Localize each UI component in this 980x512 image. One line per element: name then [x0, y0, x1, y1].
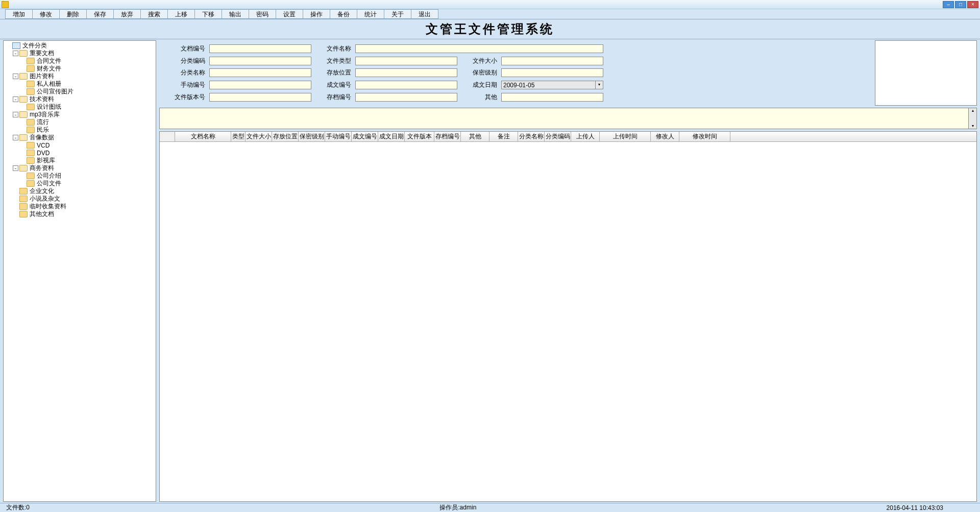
status-bar: 文件数:0 操作员:admin 2016-04-11 10:43:03	[0, 503, 980, 512]
toolbar-关于[interactable]: 关于	[384, 9, 411, 19]
toolbar-增加[interactable]: 增加	[5, 9, 32, 19]
toolbar-上移[interactable]: 上移	[167, 9, 194, 19]
collapse-icon[interactable]: -	[13, 165, 18, 171]
toolbar-删除[interactable]: 删除	[59, 9, 86, 19]
date-picker-button[interactable]: ▾	[595, 81, 603, 89]
label-file-name: 文件名称	[315, 44, 351, 53]
tree-node-公司宣传图片[interactable]: 公司宣传图片	[6, 88, 156, 95]
toolbar-放弃[interactable]: 放弃	[113, 9, 140, 19]
scroll-down-icon[interactable]: ▾	[969, 124, 976, 129]
grid-col-上传人[interactable]: 上传人	[571, 132, 600, 141]
grid-col-存档编号[interactable]: 存档编号	[434, 132, 461, 141]
category-tree-panel: 文件分类-重要文档合同文件财务文件-图片资料私人相册公司宣传图片-技术资料设计图…	[3, 40, 156, 502]
input-file-name[interactable]	[355, 44, 603, 53]
scroll-up-icon[interactable]: ▴	[969, 108, 976, 113]
toolbar-下移[interactable]: 下移	[194, 9, 222, 19]
tree-node-公司文件[interactable]: 公司文件	[6, 180, 156, 187]
input-file-size[interactable]	[501, 57, 603, 65]
scroll-track[interactable]	[969, 113, 976, 124]
input-store-loc[interactable]	[355, 68, 457, 77]
grid-col-存放位置[interactable]: 存放位置	[272, 132, 299, 141]
collapse-icon[interactable]: -	[13, 112, 18, 117]
grid-col-修改时间[interactable]: 修改时间	[679, 132, 730, 141]
titlebar: ‒ □ ×	[0, 0, 980, 9]
folder-open-icon	[19, 134, 28, 141]
grid-col-文档名称[interactable]: 文档名称	[175, 132, 231, 141]
tree-node-设计图纸[interactable]: 设计图纸	[6, 103, 156, 111]
folder-open-icon	[19, 73, 28, 80]
grid-col-手动编号[interactable]: 手动编号	[325, 132, 352, 141]
input-doc-no[interactable]	[209, 44, 311, 53]
tree-node-文件分类[interactable]: 文件分类	[6, 42, 156, 50]
label-doc-ref: 成文编号	[315, 81, 351, 89]
notes-scrollbar[interactable]: ▴ ▾	[969, 108, 977, 129]
minimize-button[interactable]: ‒	[943, 1, 954, 8]
tree-node-重要文档[interactable]: -重要文档	[6, 50, 156, 57]
close-button[interactable]: ×	[967, 1, 978, 8]
tree-node-财务文件[interactable]: 财务文件	[6, 65, 156, 72]
status-operator: 操作员:admin	[437, 503, 478, 512]
collapse-icon[interactable]: -	[13, 74, 18, 79]
toolbar-密码[interactable]: 密码	[249, 9, 276, 19]
input-cat-name[interactable]	[209, 68, 311, 77]
grid-col-保密级别[interactable]: 保密级别	[299, 132, 325, 141]
grid-col-文件大小[interactable]: 文件大小	[246, 132, 272, 141]
notes-textarea[interactable]	[159, 108, 969, 129]
tree-node-小说及杂文[interactable]: 小说及杂文	[6, 195, 156, 203]
collapse-icon[interactable]: -	[13, 96, 18, 102]
input-manual-no[interactable]	[209, 81, 311, 89]
grid-col-其他[interactable]: 其他	[461, 132, 489, 141]
tree-node-民乐[interactable]: 民乐	[6, 126, 156, 134]
app-icon	[2, 1, 9, 8]
tree-node-流行[interactable]: 流行	[6, 118, 156, 126]
toolbar-修改[interactable]: 修改	[32, 9, 59, 19]
grid-col-修改人[interactable]: 修改人	[651, 132, 679, 141]
grid-col-上传时间[interactable]: 上传时间	[600, 132, 651, 141]
tree-node-图片资料[interactable]: -图片资料	[6, 72, 156, 80]
grid-col-分类编码[interactable]: 分类编码	[545, 132, 571, 141]
grid-col-selector[interactable]	[160, 132, 175, 141]
input-sec-level[interactable]	[501, 68, 603, 77]
folder-icon	[27, 180, 35, 187]
input-doc-ref[interactable]	[355, 81, 457, 89]
tree-node-临时收集资料[interactable]: 临时收集资料	[6, 203, 156, 210]
tree-node-其他文档[interactable]: 其他文档	[6, 210, 156, 218]
grid-col-成文日期[interactable]: 成文日期	[378, 132, 405, 141]
tree-node-mp3音乐库[interactable]: -mp3音乐库	[6, 111, 156, 118]
collapse-icon[interactable]: -	[13, 135, 18, 140]
tree-node-技术资料[interactable]: -技术资料	[6, 95, 156, 103]
tree-node-商务资料[interactable]: -商务资料	[6, 164, 156, 172]
input-other[interactable]	[501, 93, 603, 102]
input-cat-code[interactable]	[209, 57, 311, 65]
toolbar-保存[interactable]: 保存	[86, 9, 113, 19]
maximize-button[interactable]: □	[955, 1, 966, 8]
folder-open-icon	[19, 165, 28, 172]
tree-node-合同文件[interactable]: 合同文件	[6, 57, 156, 65]
toolbar-备份[interactable]: 备份	[330, 9, 357, 19]
grid-col-成文编号[interactable]: 成文编号	[352, 132, 378, 141]
tree-node-企业文化[interactable]: 企业文化	[6, 187, 156, 195]
toolbar-统计[interactable]: 统计	[357, 9, 384, 19]
input-file-type[interactable]	[355, 57, 457, 65]
toolbar-设置[interactable]: 设置	[276, 9, 303, 19]
tree-node-影视库[interactable]: 影视库	[6, 157, 156, 164]
toolbar-输出[interactable]: 输出	[222, 9, 249, 19]
label-file-size: 文件大小	[461, 57, 497, 65]
toolbar-搜索[interactable]: 搜索	[140, 9, 167, 19]
collapse-icon[interactable]: -	[13, 51, 18, 56]
toolbar-操作[interactable]: 操作	[303, 9, 330, 19]
grid-col-文件版本号[interactable]: 文件版本号	[405, 132, 434, 141]
folder-icon	[27, 119, 35, 126]
input-archive-no[interactable]	[355, 93, 457, 102]
grid-col-备注[interactable]: 备注	[489, 132, 518, 141]
input-doc-date[interactable]	[501, 81, 596, 89]
tree-node-公司介绍[interactable]: 公司介绍	[6, 172, 156, 180]
input-version[interactable]	[209, 93, 311, 102]
tree-node-音像数据[interactable]: -音像数据	[6, 134, 156, 141]
toolbar-退出[interactable]: 退出	[411, 9, 438, 19]
tree-node-VCD[interactable]: VCD	[6, 141, 156, 149]
grid-col-类型[interactable]: 类型	[231, 132, 246, 141]
tree-node-DVD[interactable]: DVD	[6, 149, 156, 157]
grid-col-分类名称[interactable]: 分类名称	[518, 132, 545, 141]
tree-node-私人相册[interactable]: 私人相册	[6, 80, 156, 88]
